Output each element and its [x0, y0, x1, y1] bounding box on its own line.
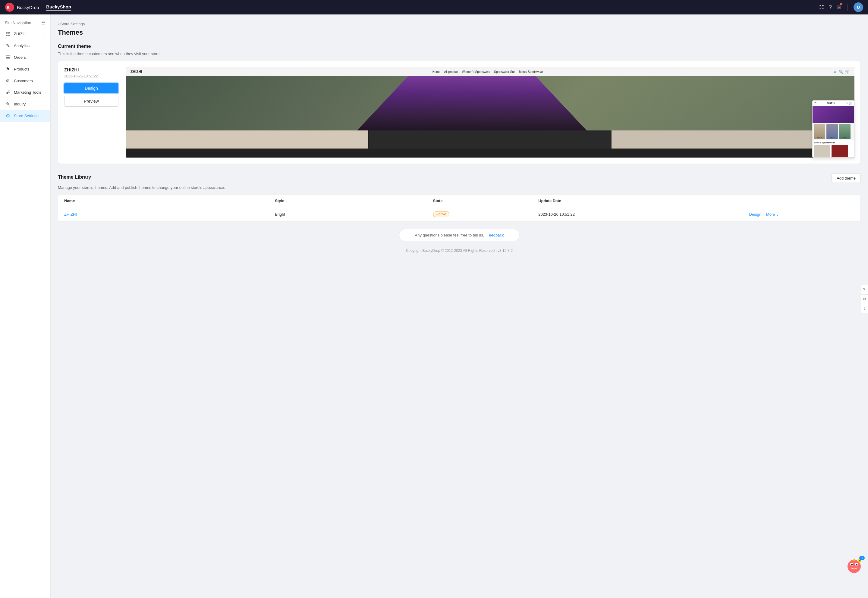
chevron-down-icon: ›: [44, 102, 45, 106]
preview-hero-image: [126, 76, 855, 130]
table-row: ZHIZHI Bright Active 2023-10-26 10:51:22…: [58, 207, 861, 221]
svg-point-6: [856, 564, 858, 565]
nav-icons: ☷ ? ✉ U: [819, 2, 863, 12]
tag-icon: ⚑: [5, 66, 11, 72]
footer-text: Copyright BuckyDrop © 2012-2023 All Righ…: [406, 248, 513, 253]
main-content: ‹ Store Settings Themes Current theme Th…: [51, 15, 868, 598]
sidebar-item-inquiry[interactable]: ✎ Inquiry ›: [0, 98, 50, 110]
mobile-cat-3: Sports: [839, 124, 850, 139]
logo-icon: B: [5, 2, 15, 12]
row-actions: Design More ⌄: [749, 212, 855, 217]
theme-library-section: Theme Library Add theme Manage your stor…: [58, 173, 861, 222]
current-theme-section: Current theme This is the theme customer…: [58, 44, 861, 164]
chevron-down-icon: ›: [44, 67, 45, 71]
mobile-hero: [813, 106, 854, 123]
mobile-products: [813, 145, 854, 158]
thumb-1: [126, 130, 368, 148]
mobile-nav-icons: ☺🛒: [846, 102, 852, 105]
preview-icons: ☺🔍🛒: [834, 70, 850, 74]
preview-button[interactable]: Preview: [64, 96, 118, 107]
current-theme-card: ZHIZHI 2023-10-26 10:51:22 Design Previe…: [58, 61, 861, 164]
preview-header: ZHIZHI Home All product Women's Sportswe…: [126, 67, 855, 76]
mobile-cat-1: Wome: [814, 124, 825, 139]
mobile-preview: ☰ ZHIZHI ☺🛒 Wome Men's: [812, 100, 855, 158]
theme-library-desc: Manage your store's themes. Add and publ…: [58, 185, 861, 190]
sidebar-item-marketing[interactable]: ☍ Marketing Tools ›: [0, 87, 50, 98]
theme-table: Name Style State Update Date ZHIZHI Brig…: [58, 194, 861, 222]
row-design-button[interactable]: Design: [749, 212, 761, 217]
feedback-bar: Any questions please feel free to tell u…: [399, 229, 519, 241]
row-state: Active: [433, 211, 539, 217]
mobile-menu-icon: ☰: [814, 102, 816, 105]
scroll-help-btn[interactable]: ?: [861, 285, 868, 295]
feedback-link[interactable]: Feedback: [486, 233, 504, 238]
list-icon: ☰: [5, 55, 11, 60]
feedback-text: Any questions please feel free to tell u…: [415, 233, 484, 238]
col-style: Style: [275, 199, 433, 203]
svg-marker-7: [853, 558, 856, 561]
sidebar-item-zhizhi[interactable]: ☷ ZHIZHI ›: [0, 28, 50, 40]
chevron-right-icon: ›: [44, 32, 45, 36]
mobile-preview-header: ☰ ZHIZHI ☺🛒: [813, 101, 854, 106]
preview-nav: Home All product Women's Sportswear Spor…: [433, 70, 543, 73]
table-header: Name Style State Update Date: [58, 195, 861, 207]
design-button[interactable]: Design: [64, 83, 118, 93]
ai-badge: Hi: [859, 556, 865, 560]
right-scroll-buttons: ? ✉ ⇧: [861, 285, 868, 313]
top-nav: B BuckyDrop BuckyShop ☷ ? ✉ U: [0, 0, 868, 15]
preview-brand: ZHIZHI: [130, 70, 142, 74]
sidebar-item-analytics[interactable]: ✎ Analytics: [0, 40, 50, 51]
row-theme-name[interactable]: ZHIZHI: [64, 212, 275, 217]
row-more-button[interactable]: More ⌄: [766, 212, 780, 217]
chevron-down-icon: ⌄: [776, 212, 779, 217]
sidebar-item-customers[interactable]: ☺ Customers: [0, 75, 50, 87]
row-style: Bright: [275, 212, 433, 217]
mobile-product-2: [832, 145, 848, 158]
user-icon: ☺: [5, 78, 11, 84]
scroll-top-btn[interactable]: ⇧: [861, 304, 868, 313]
mobile-section-title: Men's Sportswear: [813, 141, 854, 145]
mobile-brand: ZHIZHI: [826, 102, 835, 105]
col-actions: [749, 199, 855, 203]
mobile-categories: Wome Men's Sports: [813, 123, 854, 141]
theme-info: ZHIZHI 2023-10-26 10:51:22 Design Previe…: [64, 67, 118, 158]
scroll-chat-btn[interactable]: ✉: [861, 295, 868, 304]
sidebar: Site Navigation ☰ ☷ ZHIZHI › ✎ Analytics…: [0, 15, 51, 598]
chart-icon: ✎: [5, 43, 11, 48]
sidebar-item-store-settings[interactable]: ⚙ Store Settings: [0, 110, 50, 122]
notification-badge: [840, 3, 843, 5]
bell-icon[interactable]: ✉: [837, 4, 841, 10]
theme-library-title: Theme Library: [58, 175, 91, 180]
add-theme-button[interactable]: Add theme: [832, 173, 861, 183]
logo[interactable]: B BuckyDrop: [5, 2, 39, 12]
theme-preview: ZHIZHI Home All product Women's Sportswe…: [126, 67, 855, 158]
preview-thumbnails: [126, 130, 855, 148]
grid-icon[interactable]: ☷: [819, 4, 824, 10]
chevron-down-icon: ›: [44, 91, 45, 94]
avatar[interactable]: U: [853, 2, 863, 12]
help-icon[interactable]: ?: [829, 4, 832, 10]
svg-text:B: B: [7, 5, 10, 10]
ai-assistant[interactable]: ★ Hi: [845, 556, 863, 574]
breadcrumb[interactable]: ‹ Store Settings: [58, 22, 861, 26]
current-theme-desc: This is the theme customers see when the…: [58, 51, 861, 56]
sidebar-item-products[interactable]: ⚑ Products ›: [0, 63, 50, 75]
grid-icon: ☷: [5, 31, 11, 37]
sidebar-item-orders[interactable]: ☰ Orders: [0, 51, 50, 63]
hamburger-icon[interactable]: ☰: [41, 20, 45, 25]
col-name: Name: [64, 199, 275, 203]
footer: Copyright BuckyDrop © 2012-2023 All Righ…: [58, 248, 861, 257]
theme-name-label: ZHIZHI: [64, 67, 118, 72]
theme-preview-main: ZHIZHI Home All product Women's Sportswe…: [126, 67, 855, 158]
brand-name: BuckyDrop: [17, 5, 39, 10]
current-theme-title: Current theme: [58, 44, 861, 49]
breadcrumb-parent: Store Settings: [60, 22, 85, 26]
thumb-2: [368, 130, 612, 148]
col-state: State: [433, 199, 539, 203]
active-badge: Active: [433, 211, 450, 217]
app-name[interactable]: BuckyShop: [46, 4, 71, 10]
svg-point-5: [851, 564, 853, 565]
theme-library-header: Theme Library Add theme: [58, 173, 861, 183]
sidebar-header: Site Navigation ☰: [0, 17, 50, 28]
file-icon: ✎: [5, 101, 11, 107]
